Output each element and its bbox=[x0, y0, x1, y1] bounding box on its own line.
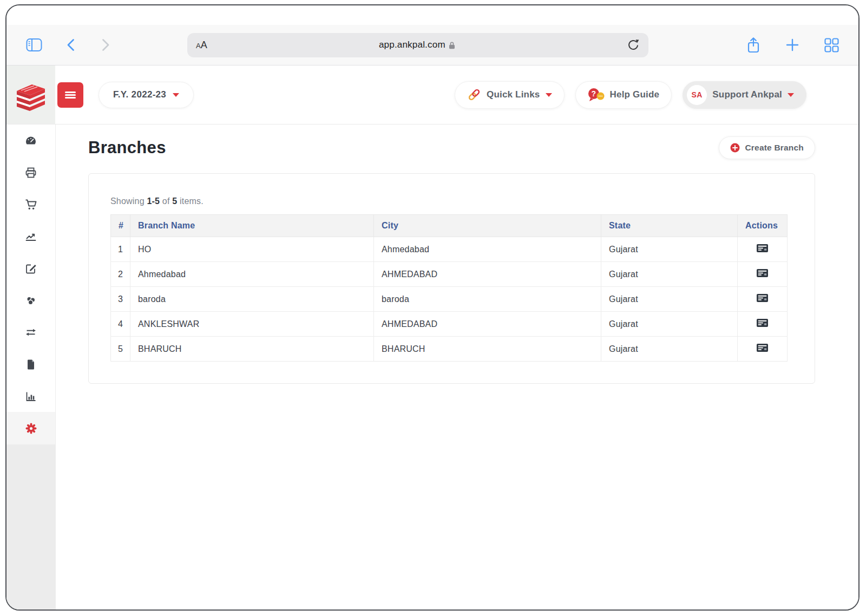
row-actions-button[interactable] bbox=[757, 319, 768, 327]
actions-cell bbox=[738, 237, 788, 262]
share-button[interactable] bbox=[746, 37, 760, 54]
row-index-cell: 3 bbox=[111, 287, 130, 312]
sidebar-footer-area bbox=[6, 444, 55, 610]
window-top-padding bbox=[6, 5, 858, 25]
column-header[interactable]: Actions bbox=[738, 215, 788, 237]
address-card-icon bbox=[757, 269, 768, 277]
url-text-group: app.ankpal.com bbox=[207, 40, 627, 50]
tab-overview-button[interactable] bbox=[824, 38, 839, 53]
row-actions-button[interactable] bbox=[757, 344, 768, 352]
reader-mode-button[interactable]: AA bbox=[196, 40, 207, 50]
row-index-cell: 1 bbox=[111, 237, 130, 262]
account-name-label: Support Ankpal bbox=[712, 89, 782, 100]
help-question-glyph: ? bbox=[591, 89, 596, 97]
hamburger-icon bbox=[65, 90, 76, 100]
fiscal-year-dropdown[interactable]: F.Y. 2022-23 bbox=[99, 82, 194, 108]
coins-icon bbox=[24, 294, 37, 307]
showing-summary: Showing 1-5 of 5 items. bbox=[110, 196, 793, 206]
sidebar-item-purchases[interactable] bbox=[6, 188, 55, 220]
nav-sidebar bbox=[6, 124, 56, 610]
chevron-down-icon bbox=[173, 93, 179, 97]
row-index-cell: 5 bbox=[111, 337, 130, 362]
quick-links-dropdown[interactable]: Quick Links bbox=[455, 81, 565, 109]
cart-icon bbox=[24, 198, 37, 211]
app-header: F.Y. 2022-23 Quick Links bbox=[6, 65, 858, 124]
column-header[interactable]: State bbox=[601, 215, 738, 237]
branch-name-cell: HO bbox=[130, 237, 374, 262]
printer-icon bbox=[24, 166, 37, 179]
help-guide-label: Help Guide bbox=[610, 89, 660, 100]
row-index-cell: 2 bbox=[111, 262, 130, 287]
sidebar-item-dashboard[interactable] bbox=[6, 124, 55, 156]
fiscal-year-label: F.Y. 2022-23 bbox=[113, 89, 166, 100]
create-branch-button[interactable]: Create Branch bbox=[719, 136, 815, 159]
sidebar-toggle-button[interactable] bbox=[26, 38, 42, 52]
help-guide-button[interactable]: ? Help Guide bbox=[575, 81, 672, 109]
city-cell: AHMEDABAD bbox=[374, 312, 601, 337]
address-card-icon bbox=[757, 344, 768, 352]
table-row: 4 ANKLESHWAR AHMEDABAD Gujarat bbox=[111, 312, 788, 337]
trending-chart-icon bbox=[24, 230, 37, 243]
bar-chart-icon bbox=[24, 390, 37, 403]
menu-button[interactable] bbox=[57, 82, 83, 108]
transfer-arrows-icon bbox=[24, 326, 37, 339]
showing-range: 1-5 bbox=[147, 196, 160, 206]
chevron-down-icon bbox=[788, 93, 794, 97]
url-text: app.ankpal.com bbox=[379, 40, 445, 50]
table-header-row: #Branch NameCityStateActions bbox=[111, 215, 788, 237]
forward-button[interactable] bbox=[100, 37, 111, 53]
row-actions-button[interactable] bbox=[757, 244, 768, 252]
sidebar-item-documents[interactable] bbox=[6, 348, 55, 380]
sidebar-item-coins[interactable] bbox=[6, 284, 55, 316]
city-cell: BHARUCH bbox=[374, 337, 601, 362]
showing-suffix: items. bbox=[180, 196, 204, 206]
sidebar-item-print[interactable] bbox=[6, 156, 55, 188]
edit-icon bbox=[24, 262, 37, 275]
avatar: SA bbox=[687, 85, 707, 105]
chevron-down-icon bbox=[546, 93, 552, 97]
column-header[interactable]: City bbox=[374, 215, 601, 237]
city-cell: Ahmedabad bbox=[374, 237, 601, 262]
city-cell: baroda bbox=[374, 287, 601, 312]
new-tab-button[interactable] bbox=[785, 38, 799, 52]
sidebar-item-reports[interactable] bbox=[6, 380, 55, 412]
sidebar-item-sales-chart[interactable] bbox=[6, 220, 55, 252]
dashboard-gauge-icon bbox=[24, 134, 37, 147]
file-icon bbox=[24, 358, 37, 371]
actions-cell bbox=[738, 262, 788, 287]
actions-cell bbox=[738, 312, 788, 337]
state-cell: Gujarat bbox=[601, 262, 738, 287]
back-button[interactable] bbox=[65, 37, 77, 53]
row-actions-button[interactable] bbox=[757, 269, 768, 277]
gear-icon bbox=[25, 422, 37, 435]
link-icon bbox=[467, 88, 481, 102]
actions-cell bbox=[738, 287, 788, 312]
table-row: 5 BHARUCH BHARUCH Gujarat bbox=[111, 337, 788, 362]
app-logo[interactable] bbox=[6, 65, 55, 124]
address-card-icon bbox=[757, 319, 768, 327]
sidebar-item-transactions[interactable] bbox=[6, 316, 55, 348]
sidebar-item-settings[interactable] bbox=[6, 412, 55, 444]
account-dropdown[interactable]: SA Support Ankpal bbox=[683, 81, 806, 109]
share-icon bbox=[746, 37, 760, 54]
browser-toolbar: AA app.ankpal.com bbox=[6, 25, 858, 65]
row-actions-button[interactable] bbox=[757, 294, 768, 302]
table-row: 2 Ahmedabad AHMEDABAD Gujarat bbox=[111, 262, 788, 287]
branch-name-cell: ANKLESHWAR bbox=[130, 312, 374, 337]
sidebar-toggle-icon bbox=[26, 38, 42, 52]
address-bar[interactable]: AA app.ankpal.com bbox=[187, 33, 648, 57]
table-row: 3 baroda baroda Gujarat bbox=[111, 287, 788, 312]
state-cell: Gujarat bbox=[601, 337, 738, 362]
reload-button[interactable] bbox=[627, 38, 640, 52]
plus-circle-icon bbox=[730, 143, 740, 153]
sidebar-item-journal[interactable] bbox=[6, 252, 55, 284]
back-chevron-icon bbox=[65, 37, 77, 53]
help-icon: ? bbox=[588, 88, 605, 102]
branches-table: #Branch NameCityStateActions 1 HO Ahmeda… bbox=[110, 214, 788, 362]
showing-total: 5 bbox=[172, 196, 177, 206]
column-header[interactable]: Branch Name bbox=[130, 215, 374, 237]
quick-links-label: Quick Links bbox=[487, 89, 540, 100]
column-header[interactable]: # bbox=[111, 215, 130, 237]
reload-icon bbox=[627, 38, 640, 52]
table-row: 1 HO Ahmedabad Gujarat bbox=[111, 237, 788, 262]
